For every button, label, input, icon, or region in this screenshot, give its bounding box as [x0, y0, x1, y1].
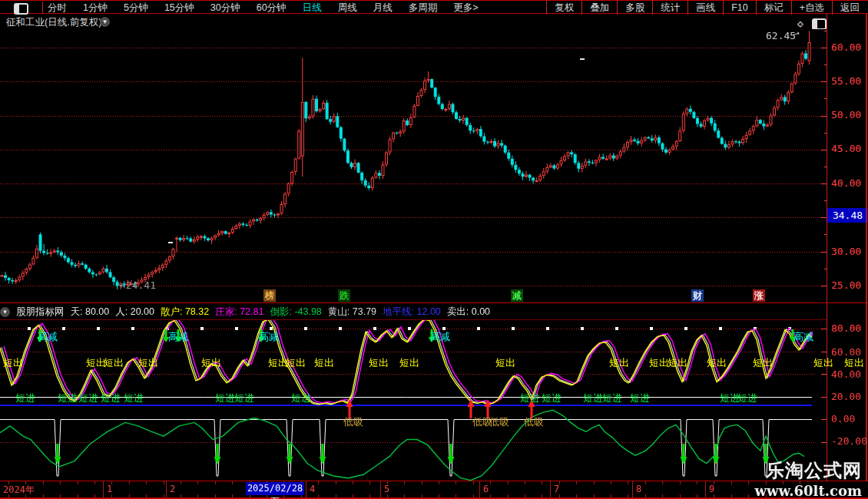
menu-item-7[interactable]: 周线 [338, 2, 357, 15]
signal-label-short-exit: 短出 [495, 356, 515, 370]
window-split-icon[interactable] [14, 3, 28, 15]
tool-menu-item-7[interactable]: +自选 [791, 1, 832, 15]
indicator-field-倒影: 倒影: -43.98 [270, 306, 321, 319]
menu-item-1[interactable]: 1分钟 [83, 2, 108, 15]
window-layout-icon-box[interactable] [0, 2, 43, 14]
price-axis-label: 30.00 [831, 246, 861, 257]
signal-label-low-absorb: 低吸 [524, 415, 544, 429]
date-axis-label: 5 [384, 484, 389, 494]
signal-label-short-entry: 短进 [124, 392, 144, 405]
tool-menu: 复权叠加多股统计画线F10标记+自选返回 [546, 1, 867, 15]
signal-label-high-reduce: 高减 [430, 330, 450, 344]
tool-menu-item-1[interactable]: 叠加 [581, 1, 617, 15]
selected-price-badge: 34.48 [827, 208, 868, 223]
right-border-line [866, 14, 867, 498]
menu-item-4[interactable]: 30分钟 [210, 2, 240, 15]
date-separator [550, 481, 551, 497]
site-watermark: 乐淘公式网 www.60lt.com [755, 458, 862, 499]
indicator-header: ▾ 股朋指标网 天: 80.00人: 20.00散户: 78.32庄家: 72.… [0, 304, 827, 319]
signal-label-short-exit: 短出 [369, 356, 389, 370]
signal-label-short-exit: 短出 [844, 356, 864, 370]
tool-menu-item-5[interactable]: F10 [723, 1, 756, 15]
signal-label-short-entry: 短进 [520, 392, 540, 405]
signal-label-short-entry: 短进 [78, 392, 98, 405]
indicator-axis-label: 40.00 [831, 368, 861, 380]
date-axis-label: 9 [709, 484, 714, 494]
indicator-axis-label: 0.00 [831, 413, 855, 425]
period-low-label: ←24.41 [120, 279, 156, 291]
indicator-field-地平线: 地平线: 12.00 [383, 306, 441, 319]
price-axis-label: 45.00 [831, 143, 861, 154]
date-axis[interactable]: 2025/02/28五 2024年12456789 [0, 481, 868, 497]
signal-label-short-exit: 短出 [286, 356, 306, 370]
signal-label-high-reduce: 高减 [259, 330, 279, 344]
tool-menu-item-3[interactable]: 统计 [652, 1, 687, 15]
signal-label-short-exit: 短出 [201, 356, 221, 370]
site-watermark-url: www.60lt.com [755, 483, 862, 499]
signal-label-short-exit: 短出 [753, 356, 773, 370]
menu-item-10[interactable]: 更多> [453, 2, 478, 15]
date-separator [306, 481, 306, 497]
signal-label-short-entry: 短进 [234, 392, 254, 405]
signal-label-short-entry: 短进 [542, 392, 562, 405]
tool-menu-item-2[interactable]: 多股 [617, 1, 652, 15]
menu-item-2[interactable]: 5分钟 [124, 2, 148, 15]
trading-app-window: 分时1分钟5分钟15分钟30分钟60分钟日线周线月线多周期更多> 复权叠加多股统… [0, 0, 868, 499]
signal-label-short-exit: 短出 [609, 356, 629, 370]
collapse-indicator-icon[interactable]: ▾ [0, 307, 10, 317]
top-menu-bar: 分时1分钟5分钟15分钟30分钟60分钟日线周线月线多周期更多> 复权叠加多股统… [0, 0, 868, 14]
signal-label-high-reduce: 高减 [793, 330, 813, 344]
signal-label-high-reduce: 高减 [168, 330, 188, 344]
signal-label-short-exit: 短出 [138, 356, 158, 370]
signal-label-short-exit: 短出 [668, 356, 687, 370]
diamond-icon[interactable]: ◇ [797, 18, 803, 29]
price-axis-label: 55.00 [831, 75, 861, 87]
date-axis-label: 2 [170, 484, 175, 494]
menu-item-5[interactable]: 60分钟 [257, 2, 287, 15]
menu-item-3[interactable]: 15分钟 [164, 2, 194, 15]
signal-label-high-reduce: 高减 [38, 330, 58, 344]
date-separator [166, 481, 167, 497]
date-axis-label: 4 [310, 484, 315, 494]
signal-label-short-entry: 短进 [602, 392, 622, 405]
tool-menu-item-4[interactable]: 画线 [687, 1, 723, 15]
tool-menu-item-8[interactable]: 返回 [832, 1, 867, 15]
signal-label-short-exit: 短出 [104, 356, 124, 370]
date-separator [479, 481, 480, 497]
window-split-icon-right[interactable] [812, 18, 827, 30]
date-axis-label: 2024年 [3, 484, 35, 497]
date-separator [380, 481, 381, 497]
price-axis-label: 40.00 [831, 177, 861, 189]
tool-menu-item-6[interactable]: 标记 [756, 1, 791, 15]
board-watermark-char: 榜 [263, 289, 276, 302]
chevron-down-icon[interactable]: ▾ [100, 17, 110, 27]
board-watermark-char: 跌 [338, 289, 350, 302]
signal-label-short-entry: 短进 [737, 392, 757, 405]
menu-item-0[interactable]: 分时 [48, 2, 67, 15]
date-axis-label: 8 [636, 484, 641, 494]
indicator-field-黄山: 黄山: 73.79 [328, 306, 376, 319]
signal-label-short-exit: 短出 [707, 356, 727, 370]
menu-item-8[interactable]: 月线 [373, 2, 393, 15]
price-axis-label: 50.00 [831, 109, 861, 121]
signal-label-short-exit: 短出 [649, 356, 669, 370]
indicator-axis-label: 20.00 [831, 391, 861, 402]
indicator-axis-label: -20.00 [831, 435, 867, 447]
indicator-field-庄家: 庄家: 72.81 [215, 306, 263, 319]
right-axis-line [827, 14, 827, 498]
price-axis-label: 25.00 [831, 279, 861, 291]
indicator-name: 股朋指标网 [16, 306, 65, 319]
date-separator [705, 481, 706, 497]
selected-date-badge: 2025/02/28五 [246, 482, 304, 495]
date-separator [632, 481, 633, 497]
date-axis-label: 6 [483, 484, 489, 494]
tool-menu-item-0[interactable]: 复权 [546, 1, 581, 15]
title-bar: 征和工业(日线.前复权) ▾ ◇ [0, 15, 868, 29]
date-axis-label: 1 [107, 484, 112, 494]
signal-label-short-entry: 短进 [101, 392, 121, 405]
date-separator [103, 481, 104, 497]
signal-label-short-exit: 短出 [399, 356, 419, 370]
menu-item-9[interactable]: 多周期 [409, 2, 438, 15]
menu-item-6[interactable]: 日线 [303, 2, 322, 15]
candlestick-chart-canvas[interactable] [0, 29, 827, 302]
